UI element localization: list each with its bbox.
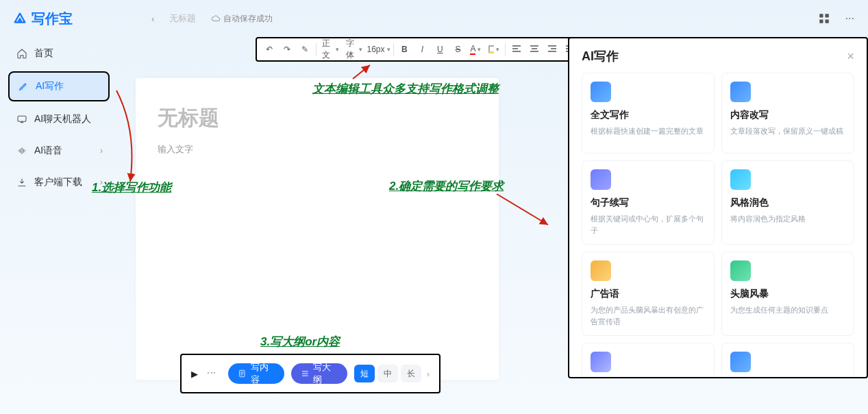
svg-rect-3 — [825, 20, 828, 23]
topbar: 写作宝 ‹ 无标题 自动保存成功 ··· — [0, 0, 868, 37]
card-icon — [591, 260, 611, 281]
autosave-text: 自动保存成功 — [223, 13, 273, 25]
sidebar-item-label: 首页 — [34, 47, 53, 60]
chat-icon — [16, 114, 27, 125]
card-polish[interactable]: 风格润色将内容润色为指定风格 — [721, 160, 854, 245]
align-center-icon — [530, 45, 539, 54]
app-name: 写作宝 — [32, 10, 73, 28]
sidebar-item-home[interactable]: 首页 — [8, 40, 110, 67]
svg-rect-4 — [18, 116, 26, 121]
home-icon — [16, 48, 27, 59]
text-color-button[interactable]: A — [467, 41, 484, 58]
svg-rect-2 — [819, 20, 823, 23]
card-icon — [730, 82, 751, 102]
sidebar-item-label: 客户端下载 — [34, 176, 82, 188]
sidebar-item-ai-write[interactable]: AI写作 — [8, 71, 110, 101]
length-short-button[interactable]: 短 — [354, 365, 375, 382]
card-extra-1[interactable] — [582, 343, 715, 374]
card-title: 全文写作 — [591, 109, 706, 121]
card-icon — [591, 169, 611, 190]
strike-button[interactable]: S — [449, 41, 466, 58]
svg-rect-0 — [819, 14, 823, 17]
cloud-icon — [211, 14, 221, 23]
length-group: 短 中 长 › — [354, 365, 430, 382]
doc-icon — [238, 369, 247, 378]
card-icon — [591, 352, 611, 372]
card-full-write[interactable]: 全文写作根据标题快速创建一篇完整的文章 — [582, 73, 715, 154]
doc-tab-title: 无标题 — [169, 12, 196, 25]
chevron-right-icon: › — [100, 178, 103, 187]
chevron-right-icon[interactable]: › — [427, 369, 430, 379]
paragraph-select[interactable]: 正文 — [319, 41, 342, 58]
card-desc: 将内容润色为指定风格 — [730, 213, 845, 232]
svg-rect-6 — [489, 51, 494, 53]
write-outline-label: 写大纲 — [313, 361, 337, 386]
format-button[interactable]: ✎ — [297, 41, 313, 58]
write-content-button[interactable]: 写内容 — [228, 363, 284, 384]
card-extra-2[interactable] — [721, 343, 854, 374]
write-content-label: 写内容 — [251, 361, 275, 386]
align-right-button[interactable] — [544, 41, 560, 58]
close-button[interactable]: × — [847, 49, 854, 64]
card-slogan[interactable]: 广告语为您的产品头脑风暴出有创意的广告宣传语 — [582, 252, 715, 336]
card-title: 风格润色 — [730, 197, 845, 209]
autosave-status: 自动保存成功 — [211, 13, 273, 25]
sidebar: 首页 AI写作 AI聊天机器人 AI语音 › 客户端下载 › — [0, 37, 115, 414]
card-icon — [591, 82, 611, 102]
grid-view-icon[interactable] — [818, 12, 830, 25]
list-icon — [301, 369, 310, 378]
card-icon — [730, 352, 751, 372]
fontsize-select[interactable]: 16px — [367, 41, 390, 58]
card-rewrite[interactable]: 内容改写文章段落改写，保留原义一键成稿 — [721, 73, 854, 154]
card-icon — [730, 260, 751, 281]
bold-button[interactable]: B — [396, 41, 412, 58]
sidebar-item-label: AI写作 — [36, 80, 64, 93]
svg-rect-1 — [825, 14, 828, 17]
card-icon — [730, 169, 751, 190]
pencil-icon — [18, 81, 29, 92]
align-left-icon — [512, 45, 521, 54]
sidebar-item-download[interactable]: 客户端下载 › — [8, 169, 110, 196]
underline-button[interactable]: U — [432, 41, 448, 58]
voice-icon — [16, 145, 27, 156]
more-icon[interactable]: ··· — [845, 12, 854, 25]
download-icon — [16, 177, 27, 188]
main-area: ↶ ↷ ✎ 正文 字体 16px B I U S A 无标题 — [115, 37, 868, 414]
card-title: 内容改写 — [730, 109, 845, 121]
generation-bar: ▶ ⋮ 写内容 写大纲 短 中 长 › — [180, 354, 441, 393]
card-title: 头脑风暴 — [730, 288, 845, 300]
align-right-icon — [547, 45, 557, 54]
sidebar-item-voice[interactable]: AI语音 › — [8, 137, 110, 165]
sidebar-item-label: AI语音 — [34, 145, 62, 157]
undo-button[interactable]: ↶ — [261, 41, 277, 58]
align-center-button[interactable] — [526, 41, 543, 58]
card-grid: 全文写作根据标题快速创建一篇完整的文章 内容改写文章段落改写，保留原义一键成稿 … — [582, 73, 854, 374]
chevron-right-icon: › — [100, 146, 103, 156]
card-desc: 根据关键词或中心句，扩展多个句子 — [591, 213, 706, 236]
align-left-button[interactable] — [508, 41, 525, 58]
ai-panel: AI写作 × 全文写作根据标题快速创建一篇完整的文章 内容改写文章段落改写，保留… — [568, 37, 868, 378]
sidebar-item-chatbot[interactable]: AI聊天机器人 — [8, 106, 110, 133]
editor-canvas[interactable]: 无标题 输入文字 — [136, 78, 499, 380]
redo-button[interactable]: ↷ — [279, 41, 295, 58]
length-long-button[interactable]: 长 — [401, 365, 421, 382]
italic-button[interactable]: I — [414, 41, 430, 58]
highlight-button[interactable] — [485, 41, 502, 58]
card-desc: 根据标题快速创建一篇完整的文章 — [591, 125, 706, 145]
card-title: 句子续写 — [591, 197, 706, 209]
ai-panel-title: AI写作 — [582, 48, 619, 64]
drag-handle-icon[interactable]: ⋮ — [206, 368, 217, 379]
card-brainstorm[interactable]: 头脑风暴为您生成任何主题的知识要点 — [721, 252, 854, 336]
doc-body-input[interactable]: 输入文字 — [158, 143, 477, 156]
card-desc: 为您生成任何主题的知识要点 — [730, 304, 845, 324]
logo-icon — [12, 11, 27, 26]
font-select[interactable]: 字体 — [343, 41, 366, 58]
highlight-icon — [488, 45, 494, 54]
card-continue[interactable]: 句子续写根据关键词或中心句，扩展多个句子 — [582, 160, 715, 245]
card-title: 广告语 — [591, 288, 706, 300]
doc-title-input[interactable]: 无标题 — [158, 104, 477, 132]
write-outline-button[interactable]: 写大纲 — [291, 363, 347, 384]
anchor-icon: ▶ — [191, 369, 198, 379]
length-medium-button[interactable]: 中 — [377, 365, 398, 382]
back-button[interactable]: ‹ — [151, 14, 154, 24]
